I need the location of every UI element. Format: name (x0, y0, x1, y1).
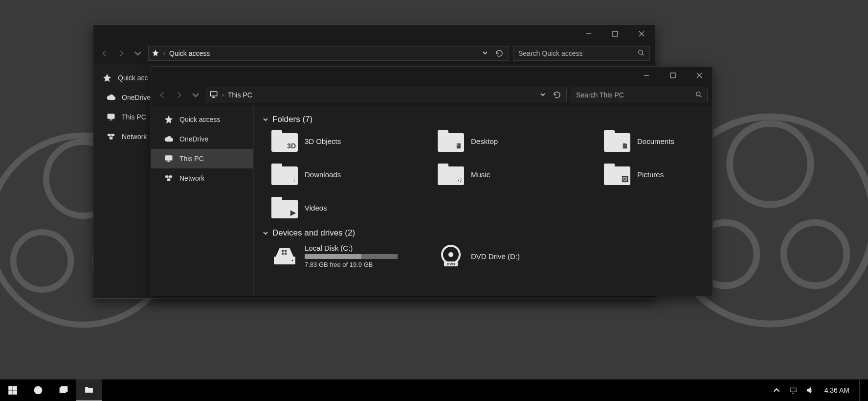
svg-rect-17 (165, 156, 172, 160)
titlebar[interactable] (151, 67, 712, 84)
folder-item[interactable]: ↓ Downloads (271, 164, 418, 185)
svg-rect-24 (282, 253, 284, 255)
show-desktop-button[interactable] (859, 379, 863, 401)
maximize-button[interactable] (660, 67, 686, 84)
drive-icon (271, 245, 298, 267)
folder-item[interactable]: 🖥 Desktop (438, 130, 584, 152)
svg-point-9 (639, 50, 643, 54)
close-button[interactable] (686, 67, 712, 84)
folder-icon: 🗎 (604, 130, 630, 152)
minimize-button[interactable] (633, 67, 660, 84)
svg-rect-33 (9, 391, 13, 395)
titlebar[interactable] (93, 25, 655, 43)
back-button[interactable] (98, 47, 111, 60)
svg-rect-37 (62, 387, 67, 392)
group-header-folders[interactable]: Folders (7) (263, 115, 704, 124)
chevron-down-icon (263, 230, 268, 236)
sidebar-item-onedrive[interactable]: OneDrive (151, 129, 253, 149)
address-dropdown[interactable] (482, 49, 488, 57)
svg-rect-12 (111, 134, 114, 136)
monitor-icon (164, 154, 174, 163)
sidebar-item-label: Quick acc (118, 74, 148, 82)
svg-rect-22 (282, 250, 284, 252)
svg-rect-31 (9, 386, 13, 390)
tray-overflow-button[interactable] (772, 385, 781, 395)
drive-label: DVD Drive (D:) (471, 252, 520, 260)
sidebar-item-label: Network (179, 174, 204, 182)
sidebar-item-network[interactable]: Network (151, 168, 253, 188)
address-bar[interactable]: › Quick access (148, 46, 509, 61)
drive-item[interactable]: Local Disk (C:) 7.83 GB free of 19.9 GB (271, 244, 418, 268)
chevron-down-icon (263, 117, 268, 122)
folder-item[interactable]: 🖼 Pictures (604, 164, 712, 185)
network-tray-icon[interactable] (788, 385, 798, 395)
back-button[interactable] (156, 89, 169, 101)
network-icon (106, 132, 116, 141)
search-input[interactable] (518, 49, 635, 57)
start-button[interactable] (0, 379, 25, 401)
svg-rect-8 (613, 31, 618, 36)
svg-rect-25 (285, 253, 287, 255)
svg-rect-19 (169, 176, 172, 178)
svg-point-26 (292, 260, 293, 261)
search-icon (695, 91, 702, 99)
sidebar-item-this-pc[interactable]: This PC (151, 149, 253, 168)
task-view-button[interactable] (51, 379, 76, 401)
svg-point-16 (696, 92, 700, 95)
folder-label: Music (471, 170, 490, 179)
minimize-button[interactable] (576, 25, 602, 43)
group-header-drives[interactable]: Devices and drives (2) (263, 228, 704, 238)
navigation-bar: › Quick access (93, 43, 655, 64)
svg-rect-38 (790, 388, 796, 392)
taskbar-clock[interactable]: 4:36 AM (822, 386, 852, 394)
address-bar[interactable]: › This PC (206, 88, 567, 102)
drive-item[interactable]: DVDDVD Drive (D:) (438, 244, 584, 268)
sidebar-item-label: Quick access (179, 116, 220, 123)
svg-point-2 (13, 232, 71, 290)
folder-icon: 3D (271, 130, 298, 152)
svg-rect-23 (285, 250, 287, 252)
sidebar-item-label: OneDrive (122, 94, 151, 101)
sidebar-item-label: OneDrive (179, 135, 208, 143)
search-input[interactable] (576, 91, 692, 99)
search-box[interactable] (513, 46, 650, 61)
maximize-button[interactable] (602, 25, 628, 43)
folder-item[interactable]: 🗎 Documents (604, 130, 712, 152)
breadcrumb-separator: › (163, 50, 165, 57)
network-icon (164, 174, 174, 183)
folder-item[interactable]: ▶ Videos (271, 197, 418, 218)
close-button[interactable] (628, 25, 655, 43)
explorer-window-this-pc[interactable]: › This PC Quick access OneDrive This (151, 66, 713, 296)
sidebar-item-quick-access[interactable]: Quick access (151, 110, 253, 129)
recent-dropdown[interactable] (132, 47, 144, 60)
taskbar-app-explorer[interactable] (76, 379, 102, 401)
refresh-button[interactable] (493, 47, 506, 60)
folder-icon: ▶ (271, 197, 298, 218)
folder-label: Downloads (305, 170, 341, 179)
svg-rect-10 (108, 114, 114, 118)
taskbar[interactable]: 4:36 AM (0, 379, 868, 401)
search-box[interactable] (571, 88, 708, 102)
content-pane[interactable]: Folders (7) 3D 3D Objects 🖥 Desktop 🗎 Do… (254, 106, 712, 296)
svg-rect-15 (210, 92, 217, 96)
forward-button[interactable] (115, 47, 128, 60)
refresh-button[interactable] (551, 89, 563, 101)
star-icon (102, 73, 112, 82)
svg-rect-32 (13, 386, 17, 390)
address-dropdown[interactable] (540, 91, 546, 99)
folder-icon: ♫ (438, 164, 464, 185)
volume-tray-icon[interactable] (805, 385, 815, 395)
breadcrumb-location[interactable]: Quick access (169, 49, 210, 57)
folder-item[interactable]: 3D 3D Objects (271, 130, 418, 152)
breadcrumb-location[interactable]: This PC (228, 91, 252, 99)
drive-icon: DVD (438, 245, 464, 267)
folder-label: Videos (305, 204, 327, 212)
monitor-icon (106, 113, 116, 121)
svg-rect-34 (13, 391, 17, 395)
forward-button[interactable] (173, 89, 185, 101)
recent-dropdown[interactable] (189, 89, 202, 101)
folder-item[interactable]: ♫ Music (438, 164, 584, 185)
navigation-pane: Quick access OneDrive This PC Network (151, 106, 254, 296)
breadcrumb-separator: › (222, 92, 224, 98)
cortana-button[interactable] (25, 379, 51, 401)
